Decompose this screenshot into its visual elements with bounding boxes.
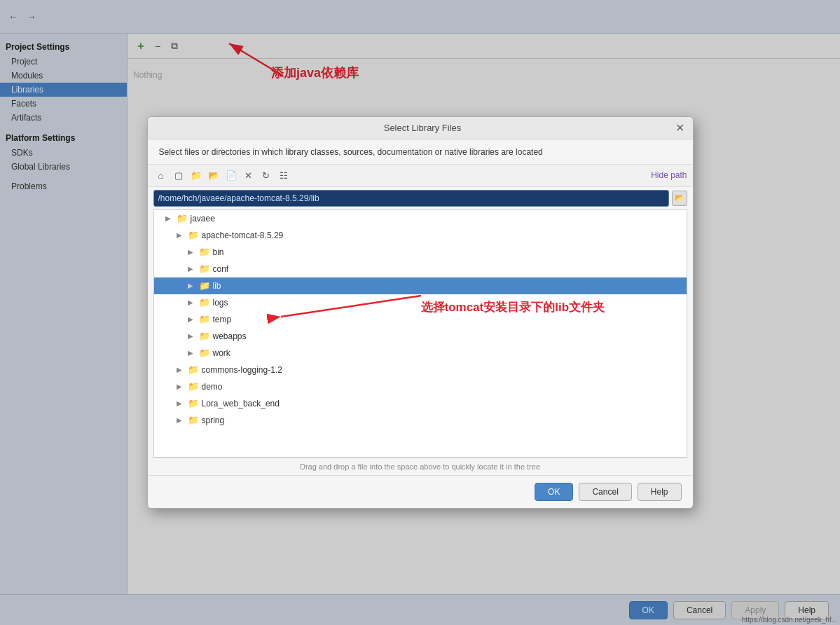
home-button[interactable]: ⌂ xyxy=(153,167,169,183)
tree-item-demo[interactable]: ▶📁demo xyxy=(154,378,687,395)
dialog-description: Select files or directories in which lib… xyxy=(148,139,693,165)
delete-button[interactable]: ✕ xyxy=(241,167,256,183)
tree-item-work[interactable]: ▶📁work xyxy=(154,345,687,362)
path-input[interactable] xyxy=(153,190,669,207)
new-folder-button[interactable]: 📄 xyxy=(223,167,239,183)
dialog-help-button[interactable]: Help xyxy=(638,483,682,501)
dialog-buttons: OK Cancel Help xyxy=(148,475,693,508)
tree-item-commons-logging[interactable]: ▶📁commons-logging-1.2 xyxy=(154,362,687,378)
tree-item-javaee[interactable]: ▶📁javaee xyxy=(154,210,687,227)
details-button[interactable]: ☷ xyxy=(276,167,291,183)
tree-item-conf[interactable]: ▶📁conf xyxy=(154,261,687,277)
dialog-ok-button[interactable]: OK xyxy=(535,483,573,501)
select-library-dialog: Select Library Files ✕ Select files or d… xyxy=(147,116,694,509)
file-dialog-toolbar: ⌂ ▢ 📁 📂 📄 ✕ ↻ ☷ Hide path xyxy=(148,165,693,187)
tree-item-logs[interactable]: ▶📁logs xyxy=(154,294,687,311)
tree-item-lora[interactable]: ▶📁Lora_web_back_end xyxy=(154,395,687,412)
dialog-overlay: Select Library Files ✕ Select files or d… xyxy=(0,0,840,625)
dialog-description-text: Select files or directories in which lib… xyxy=(159,147,543,157)
tree-item-lib[interactable]: ▶📁lib xyxy=(154,277,687,294)
tree-item-webapps[interactable]: ▶📁webapps xyxy=(154,328,687,345)
desktop-button[interactable]: ▢ xyxy=(171,167,186,183)
drag-hint: Drag and drop a file into the space abov… xyxy=(153,458,687,475)
path-browse-button[interactable]: 📂 xyxy=(672,191,687,206)
dialog-title: Select Library Files xyxy=(170,123,675,133)
folder-nav-button[interactable]: 📂 xyxy=(206,167,221,183)
file-tree[interactable]: ▶📁javaee▶📁apache-tomcat-8.5.29▶📁bin▶📁con… xyxy=(153,210,687,458)
path-row: 📂 xyxy=(148,187,693,210)
tree-item-temp[interactable]: ▶📁temp xyxy=(154,311,687,328)
tree-item-apache-tomcat[interactable]: ▶📁apache-tomcat-8.5.29 xyxy=(154,227,687,244)
dialog-close-button[interactable]: ✕ xyxy=(675,123,684,134)
ide-window: ← → Project Settings Project Modules Lib… xyxy=(0,0,840,625)
dialog-cancel-button[interactable]: Cancel xyxy=(579,483,631,501)
refresh-button[interactable]: ↻ xyxy=(259,167,274,183)
tree-item-spring[interactable]: ▶📁spring xyxy=(154,412,687,429)
folder-up-button[interactable]: 📁 xyxy=(188,167,204,183)
dialog-title-bar: Select Library Files ✕ xyxy=(148,117,693,139)
hide-path-button[interactable]: Hide path xyxy=(651,170,687,180)
tree-item-bin[interactable]: ▶📁bin xyxy=(154,244,687,261)
